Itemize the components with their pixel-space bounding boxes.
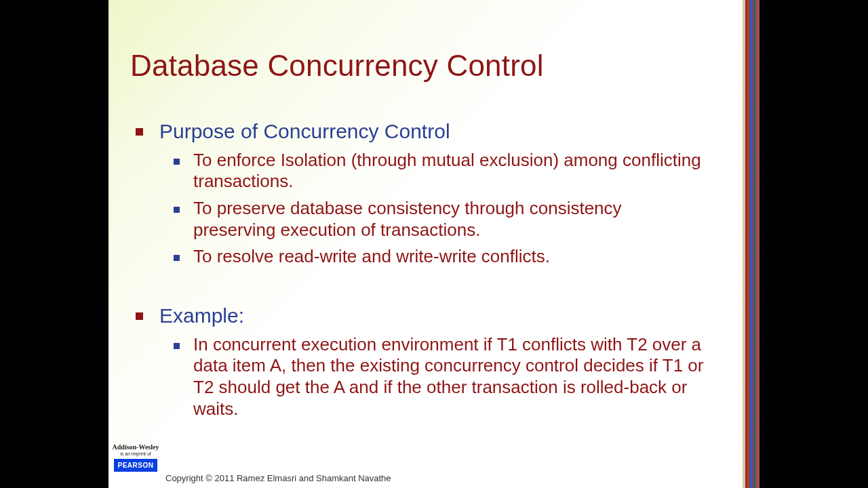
square-bullet-icon [174, 255, 180, 261]
section-heading: Example: [136, 303, 726, 329]
stage: Database Concurrency Control Purpose of … [0, 0, 868, 488]
bullet-item: To preserve database consistency through… [174, 198, 726, 241]
bullet-item: In concurrent execution environment if T… [174, 334, 726, 420]
square-bullet-icon [174, 159, 180, 165]
square-bullet-icon [136, 128, 143, 136]
slide-title: Database Concurrency Control [130, 49, 544, 83]
bullet-text: To enforce Isolation (through mutual exc… [193, 150, 709, 192]
addison-wesley-label: Addison-Wesley [110, 444, 161, 451]
publisher-brand: Addison-Wesley is an imprint of PEARSON [110, 444, 161, 472]
square-bullet-icon [136, 312, 143, 320]
bullet-text: To preserve database consistency through… [193, 198, 709, 241]
bullet-item: To resolve read-write and write-write co… [174, 246, 726, 268]
square-bullet-icon [174, 343, 180, 349]
section-heading-text: Purpose of Concurrency Control [159, 119, 450, 144]
bullet-item: To enforce Isolation (through mutual exc… [174, 150, 726, 192]
slide: Database Concurrency Control Purpose of … [108, 0, 743, 488]
decorative-stripe [743, 0, 760, 488]
copyright-text: Copyright © 2011 Ramez Elmasri and Shamk… [165, 473, 391, 483]
bullet-group: To enforce Isolation (through mutual exc… [174, 150, 726, 268]
bullet-text: To resolve read-write and write-write co… [193, 246, 550, 268]
imprint-label: is an imprint of [110, 451, 161, 457]
slide-content: Purpose of Concurrency Control To enforc… [136, 112, 726, 420]
bullet-group: In concurrent execution environment if T… [174, 334, 726, 420]
section-heading-text: Example: [159, 303, 244, 329]
square-bullet-icon [174, 207, 180, 213]
spacer [136, 268, 726, 296]
bullet-text: In concurrent execution environment if T… [193, 334, 709, 420]
section-heading: Purpose of Concurrency Control [136, 119, 726, 144]
pearson-logo: PEARSON [114, 459, 157, 472]
